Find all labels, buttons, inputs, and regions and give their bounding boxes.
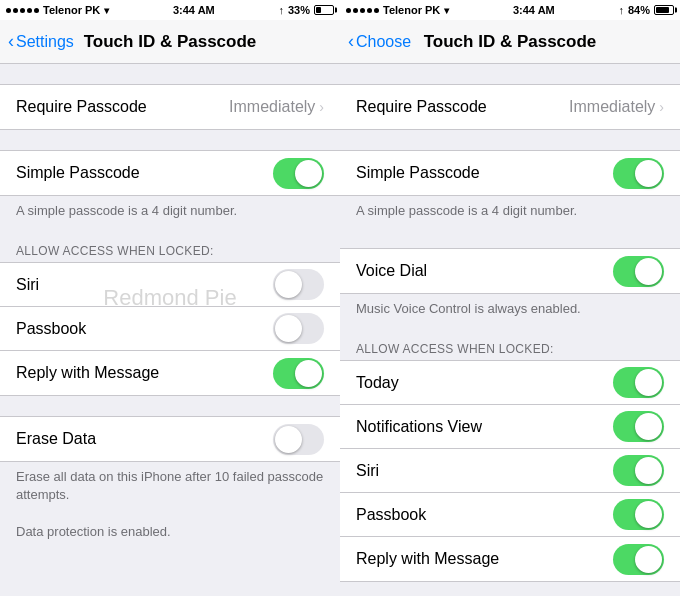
toggle-thumb xyxy=(275,426,302,453)
simple-passcode-label: Simple Passcode xyxy=(16,164,140,182)
notifications-view-label: Notifications View xyxy=(356,418,482,436)
navigation-icon: ↑ xyxy=(278,4,284,16)
wifi-icon-r: ▾ xyxy=(444,5,449,16)
siri-cell-r: Siri xyxy=(340,449,680,493)
reply-message-label: Reply with Message xyxy=(16,364,159,382)
siri-toggle[interactable] xyxy=(273,269,324,300)
status-right-r: ↑ 84% xyxy=(618,4,674,16)
status-left: Telenor PK ▾ xyxy=(6,4,109,16)
erase-data-footer: Erase all data on this iPhone after 10 f… xyxy=(0,462,340,549)
notifications-view-cell: Notifications View xyxy=(340,405,680,449)
toggle-thumb xyxy=(635,413,662,440)
signal-icon-r xyxy=(346,8,379,13)
siri-label: Siri xyxy=(16,276,39,294)
simple-passcode-section-r: Simple Passcode xyxy=(340,150,680,196)
today-label: Today xyxy=(356,374,399,392)
require-passcode-label-r: Require Passcode xyxy=(356,98,487,116)
simple-passcode-label-r: Simple Passcode xyxy=(356,164,480,182)
toggle-thumb xyxy=(295,160,322,187)
allow-access-header: Allow Access When Locked: xyxy=(0,236,340,262)
back-button-right[interactable]: ‹ Choose xyxy=(348,31,411,52)
siri-toggle-r[interactable] xyxy=(613,455,664,486)
erase-data-label: Erase Data xyxy=(16,430,96,448)
simple-passcode-section: Simple Passcode xyxy=(0,150,340,196)
toggle-thumb xyxy=(635,546,662,573)
passbook-label: Passbook xyxy=(16,320,86,338)
time-label: 3:44 AM xyxy=(173,4,215,16)
simple-passcode-footer: A simple passcode is a 4 digit number. xyxy=(0,196,340,228)
require-passcode-cell[interactable]: Require Passcode Immediately › xyxy=(0,85,340,129)
toggle-thumb xyxy=(295,360,322,387)
passbook-cell-r: Passbook xyxy=(340,493,680,537)
today-toggle[interactable] xyxy=(613,367,664,398)
simple-passcode-cell-r: Simple Passcode xyxy=(340,151,680,195)
passbook-toggle-r[interactable] xyxy=(613,499,664,530)
nav-bar-right: ‹ Choose Touch ID & Passcode xyxy=(340,20,680,64)
back-button-left[interactable]: ‹ Settings xyxy=(8,31,74,52)
simple-passcode-cell: Simple Passcode xyxy=(0,151,340,195)
passbook-cell: Passbook xyxy=(0,307,340,351)
require-passcode-cell-r[interactable]: Require Passcode Immediately › xyxy=(340,85,680,129)
reply-message-cell-r: Reply with Message xyxy=(340,537,680,581)
passcode-timing-section-r: Require Passcode Immediately › xyxy=(340,84,680,130)
carrier-label-r: Telenor PK xyxy=(383,4,440,16)
erase-data-cell: Erase Data xyxy=(0,417,340,461)
require-passcode-value: Immediately › xyxy=(229,98,324,116)
reply-message-toggle[interactable] xyxy=(273,358,324,389)
chevron-right-icon-r: › xyxy=(659,99,664,115)
simple-passcode-toggle[interactable] xyxy=(273,158,324,189)
panel-left: Telenor PK ▾ 3:44 AM ↑ 33% ‹ Settings To… xyxy=(0,0,340,596)
voice-dial-section: Voice Dial xyxy=(340,248,680,294)
voice-dial-label: Voice Dial xyxy=(356,262,427,280)
navigation-icon-r: ↑ xyxy=(618,4,624,16)
require-passcode-label: Require Passcode xyxy=(16,98,147,116)
chevron-left-icon-r: ‹ xyxy=(348,31,354,52)
nav-bar-left: ‹ Settings Touch ID & Passcode xyxy=(0,20,340,64)
chevron-right-icon: › xyxy=(319,99,324,115)
panel-right: Telenor PK ▾ 3:44 AM ↑ 84% ‹ Choose Touc… xyxy=(340,0,680,596)
signal-icon xyxy=(6,8,39,13)
chevron-left-icon: ‹ xyxy=(8,31,14,52)
allow-access-header-r: Allow Access When Locked: xyxy=(340,334,680,360)
status-bar-left: Telenor PK ▾ 3:44 AM ↑ 33% xyxy=(0,0,340,20)
allow-access-section-r: Today Notifications View Siri Passbook xyxy=(340,360,680,582)
scroll-content-left: Require Passcode Immediately › Simple Pa… xyxy=(0,64,340,596)
battery-text: 33% xyxy=(288,4,310,16)
passbook-toggle[interactable] xyxy=(273,313,324,344)
allow-access-section: Siri Passbook Reply with Message xyxy=(0,262,340,396)
back-label-right: Choose xyxy=(356,33,411,51)
simple-passcode-toggle-r[interactable] xyxy=(613,158,664,189)
voice-dial-cell: Voice Dial xyxy=(340,249,680,293)
voice-dial-toggle[interactable] xyxy=(613,256,664,287)
status-bar-right: Telenor PK ▾ 3:44 AM ↑ 84% xyxy=(340,0,680,20)
toggle-thumb xyxy=(635,160,662,187)
status-left-r: Telenor PK ▾ xyxy=(346,4,449,16)
back-label-left: Settings xyxy=(16,33,74,51)
today-cell: Today xyxy=(340,361,680,405)
passbook-label-r: Passbook xyxy=(356,506,426,524)
erase-data-toggle[interactable] xyxy=(273,424,324,455)
toggle-thumb xyxy=(275,315,302,342)
nav-title-left: Touch ID & Passcode xyxy=(84,32,257,52)
battery-icon-r xyxy=(654,5,674,15)
erase-data-section: Erase Data xyxy=(0,416,340,462)
time-label-r: 3:44 AM xyxy=(513,4,555,16)
status-right: ↑ 33% xyxy=(278,4,334,16)
simple-passcode-footer-r: A simple passcode is a 4 digit number. xyxy=(340,196,680,228)
notifications-view-toggle[interactable] xyxy=(613,411,664,442)
scroll-content-right: Require Passcode Immediately › Simple Pa… xyxy=(340,64,680,596)
toggle-thumb xyxy=(635,258,662,285)
toggle-thumb xyxy=(635,369,662,396)
reply-message-cell: Reply with Message xyxy=(0,351,340,395)
reply-message-toggle-r[interactable] xyxy=(613,544,664,575)
reply-message-label-r: Reply with Message xyxy=(356,550,499,568)
toggle-thumb xyxy=(635,457,662,484)
siri-label-r: Siri xyxy=(356,462,379,480)
nav-title-right: Touch ID & Passcode xyxy=(424,32,597,52)
toggle-thumb xyxy=(635,501,662,528)
require-passcode-value-r: Immediately › xyxy=(569,98,664,116)
carrier-label: Telenor PK xyxy=(43,4,100,16)
toggle-thumb xyxy=(275,271,302,298)
voice-dial-footer: Music Voice Control is always enabled. xyxy=(340,294,680,326)
battery-icon xyxy=(314,5,334,15)
